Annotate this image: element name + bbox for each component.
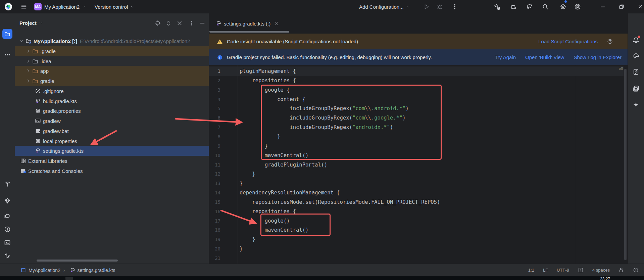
locate-icon[interactable] xyxy=(154,19,161,27)
profiler-bug-icon[interactable] xyxy=(507,1,519,12)
tool-window-button-problems[interactable] xyxy=(2,224,12,234)
expand-all-icon[interactable] xyxy=(165,19,172,27)
ignored-file-icon xyxy=(35,88,41,94)
tree-item-idea[interactable]: .idea xyxy=(15,56,209,66)
collapse-all-icon[interactable] xyxy=(176,19,183,27)
chevron-right-icon[interactable] xyxy=(26,68,31,74)
chevron-right-icon[interactable] xyxy=(26,48,31,54)
taskbar-app-icon[interactable] xyxy=(65,277,73,280)
run-icon[interactable] xyxy=(421,1,432,12)
tree-item-label: app xyxy=(40,68,49,74)
tool-window-button-notifications[interactable] xyxy=(631,36,641,45)
inspection-widget[interactable]: off xyxy=(619,66,623,71)
close-icon[interactable] xyxy=(635,1,644,12)
breadcrumb-file[interactable]: settings.gradle.kts xyxy=(78,268,115,273)
line-number: 6 xyxy=(209,115,220,121)
line-number: 8 xyxy=(209,134,220,139)
project-widget[interactable]: MA My Application2 xyxy=(34,3,86,10)
restore-icon[interactable] xyxy=(616,1,627,12)
build-icon[interactable] xyxy=(491,1,503,12)
line-number: 10 xyxy=(209,153,220,158)
tool-window-button-more-tool-windows[interactable] xyxy=(2,50,12,60)
tree-item-gradle[interactable]: .gradle xyxy=(15,46,209,56)
tree-item-path: E:\Android\AndroidStudioProjects\MyAppli… xyxy=(80,38,190,44)
code-line-19: } xyxy=(240,236,255,242)
active-tab-indicator xyxy=(209,31,289,33)
os-taskbar: 23:27 xyxy=(0,276,644,280)
tool-window-button-running-devices[interactable] xyxy=(631,67,641,77)
minimize-icon[interactable] xyxy=(597,1,608,12)
tool-window-button-terminal[interactable] xyxy=(2,238,12,248)
line-separator[interactable]: LF xyxy=(543,268,548,273)
tree-item-settings-gradle-kts[interactable]: settings.gradle.kts xyxy=(15,146,209,156)
banner-link-open-build-view[interactable]: Open 'Build' View xyxy=(525,54,564,60)
info-circle-icon xyxy=(217,54,223,60)
tool-window-button-gemini[interactable] xyxy=(631,100,641,110)
account-icon[interactable] xyxy=(572,1,583,12)
caret-position[interactable]: 1:1 xyxy=(528,268,534,273)
chevron-right-icon[interactable] xyxy=(26,58,31,64)
banner-link-show-log-in-explorer[interactable]: Show Log in Explorer xyxy=(574,54,622,60)
tree-item-myapplication2[interactable]: MyApplication2 [:]E:\Android\AndroidStud… xyxy=(15,36,209,46)
tab-settings-gradle-kts[interactable]: settings.gradle.kts (:) xyxy=(209,17,283,30)
help-icon[interactable] xyxy=(607,39,613,44)
editor-options-icon[interactable] xyxy=(613,18,625,29)
main-menu-icon[interactable] xyxy=(18,1,30,12)
horizontal-scrollbar[interactable] xyxy=(37,260,118,262)
line-number: 16 xyxy=(209,209,220,214)
settings-icon[interactable] xyxy=(556,1,567,12)
kebab-icon[interactable] xyxy=(188,19,195,27)
debug-icon[interactable] xyxy=(434,1,445,12)
search-icon[interactable] xyxy=(540,1,551,12)
breadcrumb-separator: › xyxy=(63,268,65,273)
close-icon[interactable] xyxy=(274,21,279,26)
error-circle-icon[interactable] xyxy=(633,267,639,273)
breadcrumb-project[interactable]: MyApplication2 xyxy=(29,268,60,273)
chevron-right-icon[interactable] xyxy=(26,78,31,84)
tree-item-local-properties[interactable]: local.properties xyxy=(15,136,209,146)
tree-item-build-gradle-kts[interactable]: build.gradle.kts xyxy=(15,96,209,106)
indent-style[interactable]: 4 spaces xyxy=(592,268,610,273)
tree-item-gitignore[interactable]: .gitignore xyxy=(15,86,209,96)
banner-link-try-again[interactable]: Try Again xyxy=(495,54,516,60)
tool-window-button-logcat[interactable] xyxy=(2,211,12,221)
chevron-down-icon[interactable] xyxy=(19,38,24,44)
hide-icon[interactable] xyxy=(199,19,206,27)
tool-window-button-gradle[interactable] xyxy=(631,51,641,61)
gradle-sync-icon[interactable] xyxy=(524,1,535,12)
tool-window-button-app-quality-insights[interactable] xyxy=(2,196,12,206)
line-number: 7 xyxy=(209,125,220,130)
line-number: 1 xyxy=(209,68,220,74)
annotation-box-2 xyxy=(260,214,331,236)
tool-window-button-build[interactable] xyxy=(2,179,12,189)
vertical-scrollbar[interactable] xyxy=(624,69,627,260)
panel-title[interactable]: Project xyxy=(19,20,37,26)
run-configuration-selector[interactable]: Add Configuration... xyxy=(359,4,410,10)
tree-item-external-libraries[interactable]: External Libraries xyxy=(15,156,209,166)
todo-box-icon[interactable] xyxy=(578,267,584,273)
tree-item-gradle[interactable]: gradle xyxy=(15,76,209,86)
tree-item-label: gradlew.bat xyxy=(43,128,69,134)
tool-window-button-version-control[interactable] xyxy=(2,251,12,261)
android-studio-logo-icon xyxy=(3,1,14,12)
tool-window-button-project[interactable] xyxy=(2,29,12,39)
version-control-menu[interactable]: Version control xyxy=(95,4,134,10)
tree-item-app[interactable]: app xyxy=(15,66,209,76)
line-number: 20 xyxy=(209,246,220,251)
line-number: 17 xyxy=(209,218,220,224)
banner-info: Gradle project sync failed. Basic functi… xyxy=(209,49,628,65)
more-actions-icon[interactable] xyxy=(449,1,460,12)
banner-link-load-script-configurations[interactable]: Load Script Configurations xyxy=(538,39,598,44)
line-number: 5 xyxy=(209,106,220,111)
unlock-icon[interactable] xyxy=(618,267,624,273)
status-bar: MyApplication2 › settings.gradle.kts 1:1… xyxy=(0,264,644,276)
file-encoding[interactable]: UTF-8 xyxy=(557,268,569,273)
tree-item-gradlew[interactable]: gradlew xyxy=(15,116,209,126)
tree-item-scratches-and-consoles[interactable]: Scratches and Consoles xyxy=(15,166,209,176)
tree-item-gradle-properties[interactable]: gradle.properties xyxy=(15,106,209,116)
tree-item-gradlew-bat[interactable]: gradlew.bat xyxy=(15,126,209,136)
tool-window-button-device-manager[interactable] xyxy=(631,84,641,93)
gear-file-icon xyxy=(35,138,41,144)
tree-item-label: build.gradle.kts xyxy=(43,98,77,104)
editor-area: settings.gradle.kts (:) Code insight una… xyxy=(209,13,628,264)
